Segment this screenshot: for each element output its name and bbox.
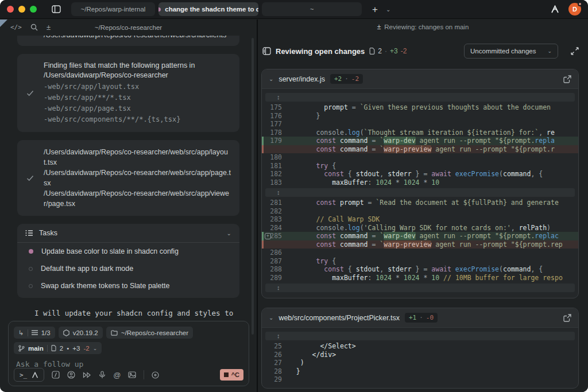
diff-card-server-index: ⌄ server/index.js +2 · -2 ↕175 [261, 69, 579, 298]
sidebar-toggle-icon[interactable] [52, 5, 61, 13]
fast-forward-icon[interactable] [83, 372, 91, 378]
mode-selector[interactable]: >_ [14, 368, 44, 382]
pattern-line: -web/src/app/layout.tsx [44, 81, 231, 92]
bullet: • [67, 345, 69, 352]
line-number: 176 [262, 112, 288, 121]
follow-up-input[interactable]: Ask a follow up [16, 360, 243, 368]
agent-profile-icon[interactable] [67, 371, 75, 379]
diff-line: 25 </Select> [262, 342, 578, 351]
deletions-count: -2 [401, 47, 407, 55]
line-number [262, 145, 288, 154]
task-item[interactable]: Swap dark theme tokens to Slate palette [17, 277, 239, 298]
expand-lines-icon: ↕ [277, 188, 280, 197]
line-number: 286 [262, 249, 288, 257]
new-tab-button[interactable]: + [372, 5, 378, 14]
dot-separator: · [385, 47, 387, 55]
git-status-pill[interactable]: main 2 • +3 -2 ⌄ [14, 342, 102, 354]
tab-label: ~/Repos/warp-internal [81, 6, 146, 13]
diff-line: 27 ) [262, 359, 578, 367]
expand-lines-icon: ↕ [277, 93, 280, 102]
comment-indicator-icon[interactable]: + [265, 233, 271, 239]
mention-icon[interactable]: @ [113, 371, 121, 379]
warp-window: ~/Repos/warp-internal change the shadcn … [0, 0, 588, 392]
task-label: Default the app to dark mode [41, 265, 133, 273]
diff-stats-badge: +2 · -2 [330, 74, 363, 84]
task-list-icon [25, 230, 33, 236]
line-number: 180 [262, 153, 288, 162]
file-path: /Users/davidwarp/Repos/co-researcher/web… [44, 188, 231, 209]
warp-agent-icon [32, 372, 38, 378]
agent-message: I will update your shadcn config and sty… [34, 307, 239, 317]
diff-line: 284 console.log('Calling Warp SDK for no… [262, 224, 578, 232]
diff-expand-row[interactable]: ↕ [265, 188, 575, 197]
chevron-down-icon[interactable]: ⌄ [227, 230, 231, 236]
microphone-icon[interactable] [99, 371, 106, 379]
diff-line: 287 try { [262, 257, 578, 266]
maximize-window-button[interactable] [30, 6, 37, 13]
queue-pill[interactable]: ↳ 1/3 [14, 327, 55, 339]
terminal-prompt-icon: >_ [20, 371, 27, 379]
warp-logo-icon[interactable] [551, 5, 559, 13]
found-paths-block: /Users/davidwarp/Repos/co-researcher/web… [17, 140, 239, 216]
line-number: 29 [262, 375, 288, 384]
tasks-header[interactable]: Tasks ⌄ [17, 224, 239, 243]
chevron-down-icon: ⌄ [93, 346, 98, 351]
tab-label: change the shadcn theme to d [165, 6, 258, 13]
diff-card-header[interactable]: ⌄ server/index.js +2 · -2 [262, 69, 578, 89]
diff-icon: ± [377, 23, 381, 31]
check-icon [25, 61, 34, 125]
additions-count: +3 [72, 345, 80, 352]
tab-warp-internal[interactable]: ~/Repos/warp-internal [71, 2, 155, 16]
review-header: Reviewing open changes 2 · +3 -2 Uncommi… [258, 34, 588, 67]
folder-icon [111, 330, 118, 336]
scrollbar[interactable] [252, 38, 254, 335]
diff-line: 175 prompt = `Given these previous thoug… [262, 103, 578, 112]
image-attach-icon[interactable] [128, 371, 136, 378]
diff-line: 281 const prompt = `Read the document at… [262, 199, 578, 207]
task-item[interactable]: Update base color to slate in shadcn con… [17, 243, 239, 260]
prompt-library-icon[interactable] [52, 371, 60, 379]
close-window-button[interactable] [7, 6, 14, 13]
titlebar: ~/Repos/warp-internal change the shadcn … [0, 0, 588, 19]
node-version-pill[interactable]: v20.19.2 [59, 327, 103, 339]
diff-file-name: web/src/components/ProjectPicker.tsx [278, 314, 400, 322]
diff-expand-row[interactable]: ↕ [265, 332, 575, 340]
task-todo-circle-icon [29, 284, 33, 288]
diff-card-header[interactable]: ⌄ web/src/components/ProjectPicker.tsx +… [262, 308, 578, 328]
agent-panel: ~/Repos/co-researcher </> ± /Users/david… [0, 20, 257, 392]
line-number: 177 [262, 120, 288, 129]
tab-list-chevron-icon[interactable]: ⌄ [386, 6, 390, 13]
pattern-line: -web/src/app/**/*.tsx [44, 92, 231, 103]
expand-panel-icon[interactable] [571, 47, 579, 55]
diff-expand-row[interactable]: ↕ [265, 284, 575, 292]
search-icon[interactable] [30, 24, 38, 31]
tab-label: ~ [310, 6, 314, 13]
git-branch-icon [18, 345, 25, 352]
line-number: 182 [262, 170, 288, 178]
chevron-down-icon[interactable]: ⌄ [269, 315, 273, 321]
stop-button[interactable]: ^C [220, 369, 243, 381]
dictation-settings-icon[interactable] [152, 371, 159, 379]
open-external-icon[interactable] [563, 75, 571, 83]
agent-panel-header: ~/Repos/co-researcher </> ± [0, 20, 257, 35]
finding-title: Finding files that match the following p… [44, 61, 231, 80]
review-diff-icon[interactable]: ± [47, 23, 51, 32]
code-mode-icon[interactable]: </> [10, 24, 22, 31]
diff-line: 177 [262, 120, 578, 129]
diff-line: 180 [262, 153, 578, 162]
cwd-pill[interactable]: ~/Repos/co-researcher [106, 327, 193, 339]
file-path: /Users/davidwarp/Repos/co-researcher/web… [44, 36, 226, 40]
expand-lines-icon: ↕ [277, 284, 280, 292]
tab-active-shadcn-theme[interactable]: change the shadcn theme to d [158, 2, 258, 16]
tab-home[interactable]: ~ [262, 2, 362, 16]
task-item[interactable]: Default the app to dark mode [17, 260, 239, 277]
diff-line: 29 [262, 375, 578, 384]
user-avatar[interactable]: D [568, 3, 581, 15]
open-external-icon[interactable] [563, 314, 571, 322]
minimize-window-button[interactable] [18, 6, 25, 13]
node-version: v20.19.2 [73, 329, 98, 336]
changes-source-dropdown[interactable]: Uncommitted changes ⌄ [464, 44, 558, 59]
diff-expand-row[interactable]: ↕ [265, 93, 575, 102]
chevron-down-icon[interactable]: ⌄ [269, 76, 273, 82]
diff-line: const command = `warp-preview agent run … [262, 145, 578, 154]
